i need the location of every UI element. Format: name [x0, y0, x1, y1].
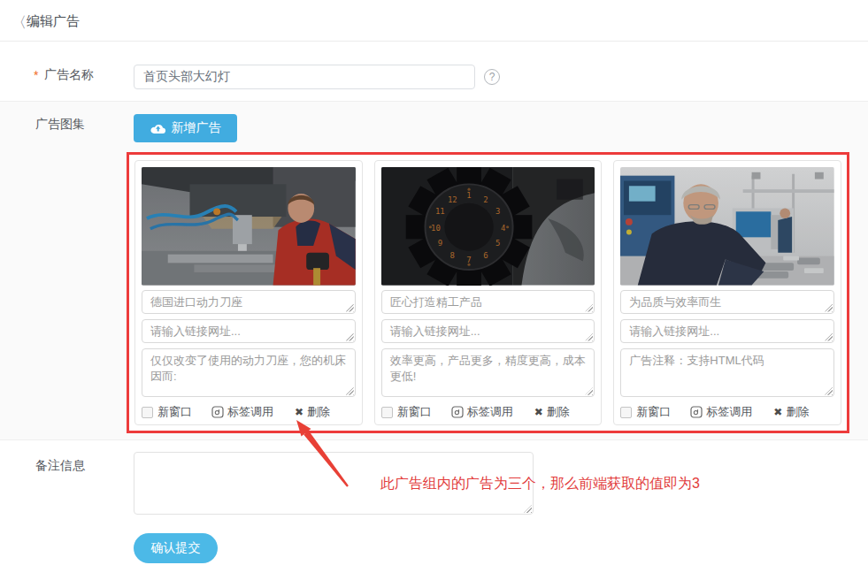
help-icon[interactable]: ? [484, 69, 500, 85]
ad-desc-input[interactable]: 广告注释：支持HTML代码 [621, 349, 833, 396]
ad-card-1: 德国进口动力刀座 仅仅改变了使用的动力刀座，您的机床因而: 新窗口 标签调用 [134, 160, 363, 425]
page-title: 编辑广告 [27, 13, 80, 30]
ad-image-engineer-workbench[interactable] [620, 167, 834, 286]
tag-call-label: 标签调用 [467, 404, 513, 420]
ad-title-input[interactable]: 德国进口动力刀座 [142, 291, 355, 313]
tag-call-button[interactable]: 标签调用 [451, 404, 513, 420]
ad-name-label: 广告名称 [44, 67, 94, 83]
gallery-label: 广告图集 [35, 117, 85, 133]
add-ad-button[interactable]: 新增广告 [134, 114, 237, 142]
ad-link-field [381, 319, 595, 343]
delete-label: 删除 [547, 404, 570, 420]
delete-ad-button[interactable]: ✖ 删除 [295, 404, 330, 420]
ad-title-field: 德国进口动力刀座 [142, 290, 356, 314]
ad-desc-field: 广告注释：支持HTML代码 [620, 348, 834, 397]
tag-call-label: 标签调用 [227, 404, 273, 420]
ad-link-field [620, 319, 834, 343]
ad-image-worker-red-jacket[interactable] [142, 167, 356, 286]
delete-ad-button[interactable]: ✖ 删除 [773, 404, 809, 420]
new-window-checkbox[interactable] [381, 407, 393, 418]
tag-call-button[interactable]: 标签调用 [690, 404, 752, 420]
ad-title-field: 匠心打造精工产品 [381, 290, 595, 314]
add-ad-button-label: 新增广告 [172, 120, 221, 136]
new-window-checkbox[interactable] [142, 407, 153, 418]
delete-icon: ✖ [534, 406, 543, 418]
new-window-label[interactable]: 新窗口 [397, 404, 432, 420]
ad-title-input[interactable]: 为品质与效率而生 [621, 291, 833, 313]
delete-label: 删除 [307, 404, 330, 420]
delete-label: 删除 [786, 404, 809, 420]
ad-card-3: 为品质与效率而生 广告注释：支持HTML代码 新窗口 标签调用 [613, 160, 841, 425]
ad-desc-field: 效率更高，产品更多，精度更高，成本更低! [381, 348, 595, 397]
ad-link-input[interactable] [382, 320, 595, 342]
ad-card-2: 123 456 789 101112 匠心打造精工 [374, 160, 603, 425]
ad-image-cnc-turret[interactable]: 123 456 789 101112 [381, 167, 595, 286]
ad-link-field [142, 319, 356, 343]
ad-link-input[interactable] [142, 320, 355, 342]
ad-group-highlight-box: 德国进口动力刀座 仅仅改变了使用的动力刀座，您的机床因而: 新窗口 标签调用 [127, 152, 849, 433]
remark-label: 备注信息 [35, 458, 85, 474]
tag-call-icon [451, 406, 464, 418]
annotation-text: 此广告组内的广告为三个，那么前端获取的值即为3 [380, 475, 700, 493]
required-mark: * [34, 68, 38, 82]
ad-link-input[interactable] [621, 320, 833, 342]
header-divider [0, 41, 868, 42]
tag-call-icon [211, 406, 224, 418]
ad-name-input[interactable] [134, 65, 475, 89]
delete-icon: ✖ [295, 406, 303, 418]
ad-title-field: 为品质与效率而生 [620, 290, 834, 314]
new-window-checkbox[interactable] [620, 407, 632, 418]
tag-call-icon [690, 406, 703, 418]
new-window-label[interactable]: 新窗口 [636, 404, 671, 420]
ad-desc-input[interactable]: 仅仅改变了使用的动力刀座，您的机床因而: [142, 349, 355, 396]
delete-ad-button[interactable]: ✖ 删除 [534, 404, 570, 420]
ad-card-footer: 新窗口 标签调用 ✖ 删除 [142, 403, 356, 422]
edit-ad-page: 〈 编辑广告 * 广告名称 ? 广告图集 新增广告 [0, 0, 868, 588]
ad-card-footer: 新窗口 标签调用 ✖ 删除 [620, 403, 834, 422]
ad-desc-field: 仅仅改变了使用的动力刀座，您的机床因而: [142, 348, 356, 397]
cloud-upload-icon [150, 123, 165, 134]
tag-call-label: 标签调用 [706, 404, 752, 420]
submit-button[interactable]: 确认提交 [134, 533, 218, 563]
delete-icon: ✖ [773, 406, 782, 418]
back-button[interactable]: 〈 [12, 12, 27, 33]
new-window-label[interactable]: 新窗口 [157, 404, 192, 420]
ad-title-input[interactable]: 匠心打造精工产品 [382, 291, 595, 313]
tag-call-button[interactable]: 标签调用 [211, 404, 273, 420]
ad-card-footer: 新窗口 标签调用 ✖ 删除 [381, 403, 595, 422]
ad-desc-input[interactable]: 效率更高，产品更多，精度更高，成本更低! [382, 349, 595, 396]
